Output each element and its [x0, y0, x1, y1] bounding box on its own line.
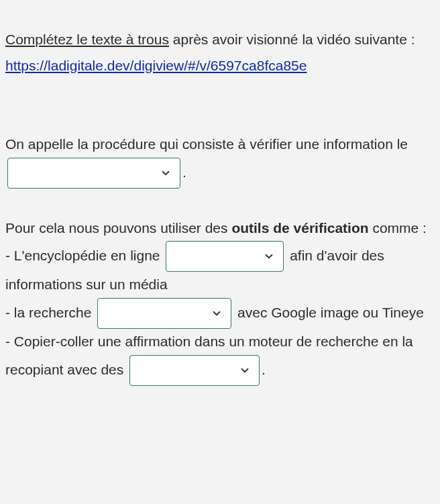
p1-after: . — [182, 164, 186, 179]
bullet-2: - la recherche avec Google image ou Tine… — [5, 298, 435, 329]
instruction-text: après avoir visionné la vidéo suivante : — [169, 32, 415, 47]
chevron-down-icon — [211, 307, 223, 319]
select-blank-3[interactable] — [97, 298, 231, 329]
bullet-1: - L'encyclopédie en ligne afin d'avoir d… — [5, 241, 435, 298]
video-link[interactable]: https://ladigitale.dev/digiview/#/v/6597… — [5, 58, 307, 73]
paragraph-2: Pour cela nous pouvons utiliser des outi… — [5, 215, 435, 387]
select-blank-4[interactable] — [129, 355, 260, 386]
b2-before: - la recherche — [5, 305, 95, 320]
instruction-block: Complétez le texte à trous après avoir v… — [5, 27, 435, 79]
instruction-title: Complétez le texte à trous — [5, 32, 169, 47]
chevron-down-icon — [160, 167, 172, 179]
select-blank-2[interactable] — [166, 241, 284, 272]
p2-t2: comme : — [369, 220, 427, 236]
paragraph-1: On appelle la procédure qui consiste à v… — [5, 132, 435, 189]
p2-t1: Pour cela nous pouvons utiliser des — [5, 220, 231, 236]
p2-bold: outils de vérification — [231, 220, 368, 236]
chevron-down-icon — [239, 364, 251, 376]
b1-before: - L'encyclopédie en ligne — [5, 248, 164, 263]
bullet-3: - Copier-coller une affirmation dans un … — [5, 329, 435, 386]
b3-after: . — [262, 362, 266, 377]
b2-after: avec Google image ou Tineye — [233, 305, 424, 320]
select-blank-1[interactable] — [7, 158, 180, 189]
exercise-page: Complétez le texte à trous après avoir v… — [0, 0, 440, 405]
chevron-down-icon — [263, 250, 275, 262]
p1-before: On appelle la procédure qui consiste à v… — [5, 136, 408, 152]
